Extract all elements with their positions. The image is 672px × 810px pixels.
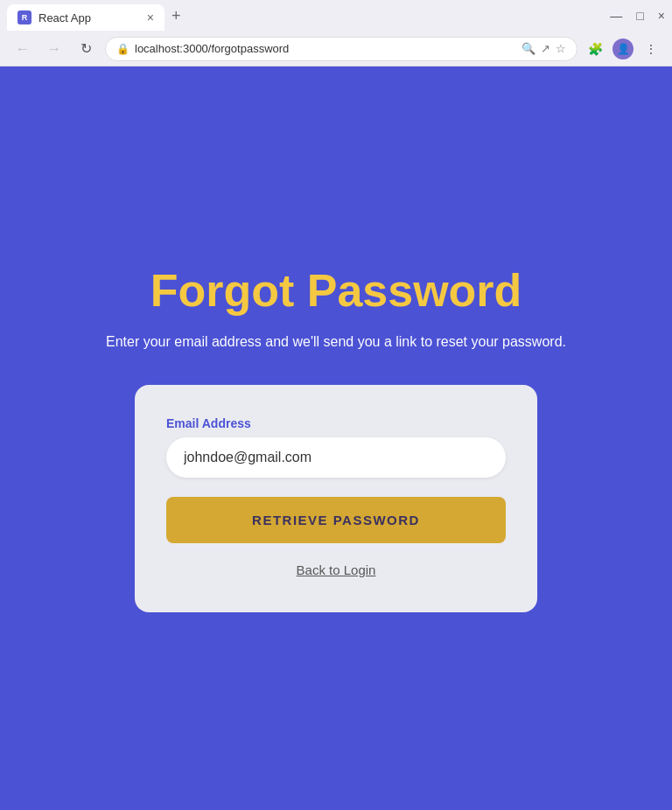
window-controls: — □ × xyxy=(610,9,665,23)
address-text: localhost:3000/forgotpassword xyxy=(135,42,516,55)
email-label: Email Address xyxy=(166,416,506,430)
close-window-button[interactable]: × xyxy=(658,9,665,23)
new-tab-button[interactable]: + xyxy=(172,7,181,25)
forward-button[interactable]: → xyxy=(42,37,66,61)
form-card: Email Address RETRIEVE PASSWORD Back to … xyxy=(135,385,537,612)
title-bar: R React App × + — □ × xyxy=(0,0,672,31)
reload-button[interactable]: ↻ xyxy=(74,37,98,61)
browser-tab[interactable]: R React App × xyxy=(7,4,164,31)
lock-icon: 🔒 xyxy=(116,43,130,55)
page-title: Forgot Password xyxy=(150,264,522,317)
tab-favicon: R xyxy=(18,10,32,24)
nav-bar: ← → ↻ 🔒 localhost:3000/forgotpassword 🔍 … xyxy=(0,31,672,66)
email-input[interactable] xyxy=(166,437,506,478)
extensions-button[interactable]: 🧩 xyxy=(584,38,606,59)
page-subtitle: Enter your email address and we'll send … xyxy=(106,334,566,350)
share-icon: ↗ xyxy=(541,42,550,55)
tab-title: React App xyxy=(38,11,140,24)
minimize-button[interactable]: — xyxy=(610,9,622,23)
nav-actions: 🧩 👤 ⋮ xyxy=(584,38,662,59)
maximize-button[interactable]: □ xyxy=(636,9,643,23)
tab-close-button[interactable]: × xyxy=(147,10,154,24)
page-content: Forgot Password Enter your email address… xyxy=(0,66,672,810)
menu-button[interactable]: ⋮ xyxy=(640,38,662,59)
profile-icon: 👤 xyxy=(612,38,634,59)
address-bar[interactable]: 🔒 localhost:3000/forgotpassword 🔍 ↗ ☆ xyxy=(105,37,578,61)
retrieve-password-button[interactable]: RETRIEVE PASSWORD xyxy=(166,497,506,543)
back-to-login-link[interactable]: Back to Login xyxy=(166,562,506,577)
browser-chrome: R React App × + — □ × ← → ↻ 🔒 localhost:… xyxy=(0,0,672,66)
email-field-group: Email Address xyxy=(166,416,506,478)
back-button[interactable]: ← xyxy=(10,37,35,61)
bookmark-icon: ☆ xyxy=(556,42,566,55)
profile-button[interactable]: 👤 xyxy=(612,38,634,59)
search-icon: 🔍 xyxy=(522,42,536,55)
